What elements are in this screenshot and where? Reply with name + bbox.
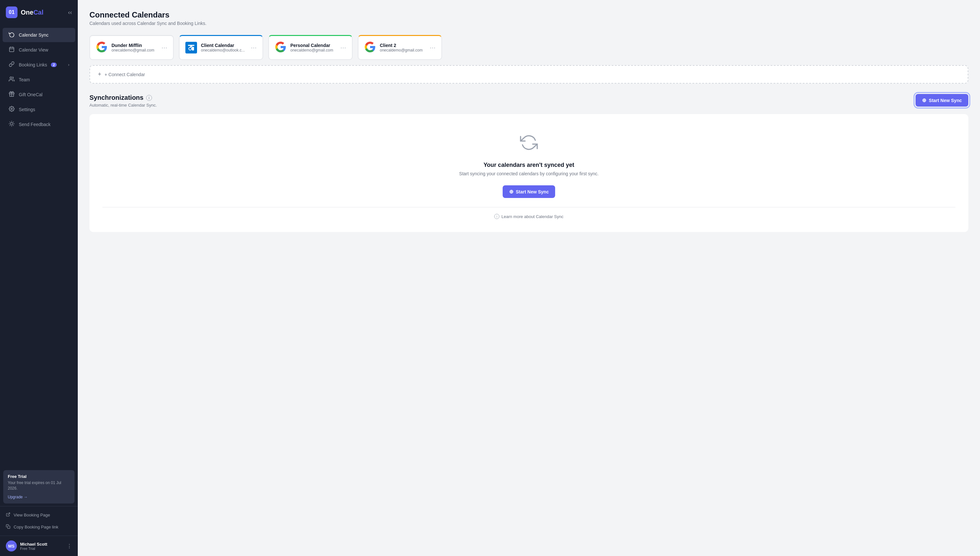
calendar-menu-dots[interactable]: ⋯: [251, 44, 257, 51]
calendar-name: Dunder Mifflin: [112, 43, 157, 48]
sidebar-item-team[interactable]: Team: [3, 73, 75, 87]
copy-booking-link-label: Copy Booking Page link: [14, 525, 58, 529]
sidebar-footer-links: View Booking Page Copy Booking Page link: [0, 506, 78, 536]
google-icon: [364, 41, 376, 54]
calendar-menu-dots[interactable]: ⋯: [430, 44, 435, 51]
sidebar-nav: Calendar Sync Calendar View: [0, 24, 78, 467]
sidebar-collapse-button[interactable]: ‹‹: [68, 9, 72, 16]
svg-line-16: [13, 122, 14, 122]
outlook-icon: [185, 42, 197, 53]
sync-section-subtitle: Automatic, real-time Calendar Sync.: [89, 103, 157, 108]
sync-empty-icon: [520, 134, 538, 155]
booking-links-badge: 2: [51, 63, 57, 67]
gift-icon: [8, 91, 15, 98]
settings-icon: [8, 106, 15, 113]
view-booking-page-label: View Booking Page: [14, 512, 50, 517]
page-title: Connected Calendars: [89, 10, 968, 19]
calendar-card-client-2: Client 2 onecaldemo@gmail.com ⋯: [358, 35, 442, 60]
external-link-icon: [6, 512, 10, 518]
logo-cal: Cal: [33, 9, 44, 16]
plus-icon: +: [98, 71, 102, 78]
trial-description: Your free trial expires on 01 Jul 2026.: [8, 480, 70, 491]
sidebar-item-label: Team: [19, 77, 30, 82]
calendar-name: Client Calendar: [201, 43, 247, 48]
svg-line-15: [10, 125, 10, 126]
user-menu-dots[interactable]: ⋮: [67, 543, 72, 549]
svg-line-17: [8, 513, 10, 515]
sync-empty-title: Your calendars aren't synced yet: [484, 162, 574, 168]
user-status: Free Trial: [20, 546, 63, 551]
sidebar-item-booking-links[interactable]: Booking Links 2 ›: [3, 58, 75, 72]
sidebar-item-label: Calendar View: [19, 47, 48, 52]
sync-empty-description: Start syncing your connected calendars b…: [459, 171, 598, 176]
start-new-sync-button-top[interactable]: ⊕ Start New Sync: [915, 94, 968, 107]
calendar-info: Client 2 onecaldemo@gmail.com: [380, 43, 426, 52]
main-content: Connected Calendars Calendars used acros…: [78, 0, 980, 556]
user-profile[interactable]: MS Michael Scott Free Trial ⋮: [0, 536, 78, 556]
trial-title: Free Trial: [8, 474, 70, 479]
logo-one: One: [21, 9, 33, 16]
svg-rect-18: [8, 526, 10, 529]
svg-point-4: [10, 77, 12, 79]
logo-text: OneCal: [21, 9, 44, 16]
sidebar: 01 OneCal ‹‹ Calendar Sync: [0, 0, 78, 556]
calendar-email: onecaldemo@gmail.com: [290, 48, 336, 52]
calendar-menu-dots[interactable]: ⋯: [340, 44, 346, 51]
sidebar-item-label: Send Feedback: [19, 122, 50, 127]
svg-line-11: [10, 122, 10, 122]
learn-more-link[interactable]: i Learn more about Calendar Sync: [494, 214, 564, 219]
link-icon: [8, 61, 15, 68]
calendar-menu-dots[interactable]: ⋯: [162, 44, 167, 51]
calendar-icon: [8, 46, 15, 53]
learn-more-label: Learn more about Calendar Sync: [501, 214, 564, 219]
avatar: MS: [6, 540, 17, 551]
page-subtitle: Calendars used across Calendar Sync and …: [89, 21, 968, 26]
calendar-card-client-calendar: Client Calendar onecaldemo@outlook.c... …: [179, 35, 263, 60]
svg-point-21: [189, 48, 191, 50]
sidebar-item-label: Calendar Sync: [19, 32, 49, 37]
svg-rect-0: [10, 47, 14, 52]
logo-number: 01: [9, 10, 15, 15]
user-name: Michael Scott: [20, 542, 63, 546]
connect-calendar-label: + Connect Calendar: [105, 72, 145, 77]
divider: [102, 207, 956, 207]
trial-box: Free Trial Your free trial expires on 01…: [3, 470, 74, 504]
sync-icon: [8, 31, 15, 39]
google-icon: [96, 41, 108, 54]
start-new-sync-button-center[interactable]: ⊕ Start New Sync: [503, 185, 555, 198]
sync-section-header: Synchronizations i Automatic, real-time …: [89, 94, 968, 108]
user-info: Michael Scott Free Trial: [20, 542, 63, 551]
sidebar-item-label: Booking Links: [19, 62, 47, 67]
sidebar-item-calendar-sync[interactable]: Calendar Sync: [3, 28, 75, 42]
sidebar-item-label: Settings: [19, 107, 35, 112]
svg-point-8: [10, 123, 13, 125]
logo-badge: 01: [6, 6, 18, 18]
view-booking-page-link[interactable]: View Booking Page: [0, 509, 78, 521]
calendar-email: onecaldemo@gmail.com: [112, 48, 157, 52]
sidebar-item-settings[interactable]: Settings: [3, 102, 75, 116]
svg-line-12: [13, 125, 14, 126]
sidebar-item-gift-onecal[interactable]: Gift OneCal: [3, 87, 75, 102]
avatar-initials: MS: [8, 544, 15, 548]
connect-calendar-button[interactable]: + + Connect Calendar: [89, 65, 968, 84]
calendar-card-personal: Personal Calendar onecaldemo@gmail.com ⋯: [268, 35, 353, 60]
sync-section-title: Synchronizations i: [89, 94, 157, 102]
sidebar-item-send-feedback[interactable]: Send Feedback: [3, 117, 75, 131]
feedback-icon: [8, 121, 15, 128]
copy-icon: [6, 524, 10, 530]
section-title-group: Synchronizations i Automatic, real-time …: [89, 94, 157, 108]
logo-container: 01 OneCal ‹‹: [0, 0, 78, 24]
calendar-email: onecaldemo@outlook.c...: [201, 48, 247, 52]
calendar-info: Client Calendar onecaldemo@outlook.c...: [201, 43, 247, 52]
google-icon: [275, 41, 286, 54]
learn-more-info-icon: i: [494, 214, 500, 219]
calendar-info: Personal Calendar onecaldemo@gmail.com: [290, 43, 336, 52]
copy-booking-link[interactable]: Copy Booking Page link: [0, 521, 78, 533]
sync-info-icon[interactable]: i: [146, 95, 152, 101]
calendar-name: Client 2: [380, 43, 426, 48]
calendars-row: Dunder Mifflin onecaldemo@gmail.com ⋯: [89, 35, 968, 60]
sidebar-item-calendar-view[interactable]: Calendar View: [3, 43, 75, 57]
upgrade-button[interactable]: Upgrade →: [8, 495, 27, 499]
calendar-card-dunder-mifflin: Dunder Mifflin onecaldemo@gmail.com ⋯: [89, 35, 174, 60]
plus-circle-icon: ⊕: [922, 97, 926, 103]
